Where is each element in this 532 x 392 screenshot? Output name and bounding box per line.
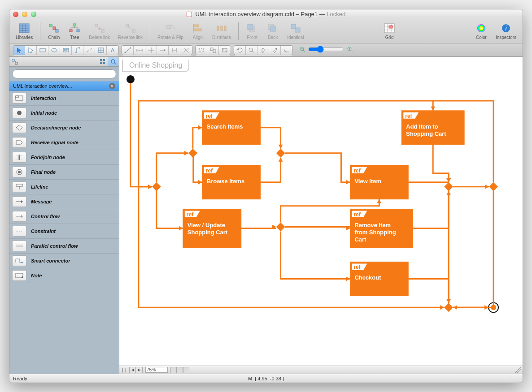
- zoom-dropdown[interactable]: 75%: [145, 367, 168, 373]
- arrowhead-icon: [377, 199, 381, 203]
- page-thumb[interactable]: [177, 367, 183, 373]
- library-tab-search[interactable]: [108, 57, 119, 66]
- select-tool[interactable]: [13, 46, 25, 55]
- ref-node[interactable]: refCheckout: [350, 262, 408, 296]
- connector[interactable]: [157, 153, 188, 182]
- grid-button[interactable]: Grid: [380, 22, 398, 40]
- connector[interactable]: [408, 279, 449, 303]
- ref-node[interactable]: refSearch Items: [202, 111, 261, 145]
- color-button[interactable]: Color: [472, 22, 490, 40]
- connector[interactable]: [433, 145, 449, 182]
- ref-node[interactable]: refRemove Itemfrom ShoppingCart: [350, 209, 413, 248]
- ellipse-shape-tool[interactable]: [48, 46, 60, 55]
- library-tab-tree[interactable]: [9, 57, 20, 66]
- crop-tool[interactable]: [281, 46, 292, 55]
- canvas[interactable]: Online Shopping refSearch ItemsrefBrowse…: [119, 57, 523, 366]
- distribute-button[interactable]: Distribute: [209, 22, 234, 40]
- library-item[interactable]: Lifeline: [9, 180, 119, 194]
- connector[interactable]: [261, 128, 281, 149]
- ref-node[interactable]: refAdd Item toShopping Cart: [401, 111, 464, 145]
- back-button[interactable]: Back: [264, 22, 282, 40]
- page-prev-button[interactable]: ◀: [130, 367, 136, 373]
- library-item[interactable]: Constraint: [9, 224, 119, 239]
- decision-node[interactable]: [444, 182, 453, 191]
- resize-grip-icon[interactable]: [515, 367, 521, 373]
- zoom-slider[interactable]: [308, 46, 344, 55]
- minimize-window-button[interactable]: [22, 12, 27, 17]
- text-tool[interactable]: A: [107, 46, 118, 55]
- ref-node[interactable]: refBrowse Items: [202, 165, 261, 199]
- delete-link-button[interactable]: Delete link: [86, 22, 113, 40]
- libraries-button[interactable]: Libraries: [13, 22, 35, 40]
- inspectors-icon: i: [500, 22, 512, 34]
- guide-3-tool[interactable]: [219, 46, 231, 55]
- page-next-button[interactable]: ▶: [136, 367, 142, 373]
- table-tool[interactable]: [95, 46, 107, 55]
- library-item[interactable]: Final node: [9, 165, 119, 180]
- library-item[interactable]: Initial node: [9, 106, 119, 121]
- library-item[interactable]: Smart connector: [9, 254, 119, 268]
- snap-grid-tool[interactable]: [122, 46, 134, 55]
- library-item[interactable]: Note: [9, 268, 119, 283]
- refresh-tool[interactable]: [234, 46, 246, 55]
- connector[interactable]: [131, 83, 152, 187]
- library-item[interactable]: Interaction: [9, 91, 119, 106]
- connector[interactable]: [285, 153, 350, 182]
- snap-center-tool[interactable]: [180, 46, 192, 55]
- close-window-button[interactable]: [13, 12, 18, 17]
- connector[interactable]: [453, 191, 493, 308]
- line-tool[interactable]: [83, 46, 95, 55]
- tree-button[interactable]: Tree: [65, 22, 83, 40]
- reverse-link-button[interactable]: Reverse link: [115, 22, 145, 40]
- rect-shape-tool[interactable]: [37, 46, 48, 55]
- point-tool[interactable]: [25, 46, 37, 55]
- page-thumb[interactable]: [183, 367, 189, 373]
- page-thumb[interactable]: [170, 367, 177, 373]
- pan-tool[interactable]: [257, 46, 269, 55]
- snap-obj-tool[interactable]: [134, 46, 145, 55]
- zoom-tool[interactable]: [246, 46, 257, 55]
- library-item[interactable]: Receive signal node: [9, 135, 119, 150]
- connector[interactable]: [281, 232, 350, 279]
- chain-button[interactable]: Chain: [45, 22, 63, 40]
- library-search-input[interactable]: [12, 69, 116, 78]
- text-box-tool[interactable]: [60, 46, 72, 55]
- decision-node[interactable]: [152, 182, 161, 191]
- decision-node[interactable]: [276, 223, 285, 232]
- inspectors-button[interactable]: i Inspectors: [493, 22, 519, 40]
- library-section-close-icon[interactable]: ×: [109, 83, 115, 89]
- guide-2-tool[interactable]: [207, 46, 219, 55]
- hscroll-drag-icon[interactable]: ||: [121, 367, 126, 372]
- library-item[interactable]: Parallel control flow: [9, 239, 119, 254]
- library-item[interactable]: Message: [9, 194, 119, 209]
- library-section-header[interactable]: UML interaction overview... ×: [9, 81, 119, 91]
- front-button[interactable]: Front: [243, 22, 261, 40]
- library-item[interactable]: Fork/join node: [9, 150, 119, 165]
- zoom-out-icon[interactable]: [299, 46, 305, 54]
- snap-h-tool[interactable]: [145, 46, 157, 55]
- snap-size-tool[interactable]: [169, 46, 180, 55]
- connector[interactable]: [193, 128, 202, 149]
- library-item[interactable]: Control flow: [9, 209, 119, 224]
- connector[interactable]: [157, 191, 183, 228]
- library-item[interactable]: Decision/merge node: [9, 121, 119, 135]
- ref-node[interactable]: refView Item: [350, 165, 408, 199]
- snap-v-tool[interactable]: [157, 46, 169, 55]
- connector[interactable]: [261, 158, 281, 182]
- rotate-flip-button[interactable]: Rotate & Flip: [155, 22, 186, 40]
- decision-node[interactable]: [276, 149, 285, 158]
- library-tab-grid[interactable]: [97, 57, 108, 66]
- eyedrop-tool[interactable]: [269, 46, 281, 55]
- identical-button[interactable]: Identical: [284, 22, 306, 40]
- connector-tool[interactable]: [72, 46, 83, 55]
- initial-node[interactable]: [126, 75, 135, 83]
- guide-1-tool[interactable]: [196, 46, 207, 55]
- svg-rect-8: [56, 30, 58, 32]
- ref-node[interactable]: refView / UpdateShopping Cart: [183, 209, 241, 248]
- zoom-window-button[interactable]: [31, 12, 36, 17]
- connector[interactable]: [413, 191, 449, 228]
- connector[interactable]: [193, 153, 202, 182]
- align-button[interactable]: Align: [189, 22, 207, 40]
- decision-node[interactable]: [489, 182, 498, 191]
- zoom-in-icon[interactable]: [347, 46, 353, 54]
